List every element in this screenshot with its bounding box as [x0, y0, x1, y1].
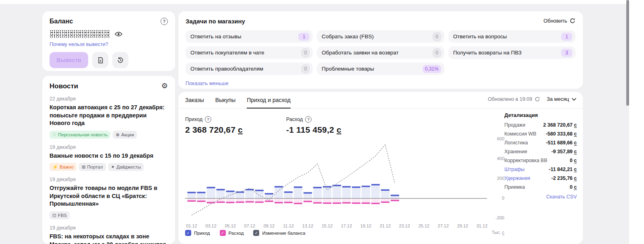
show-less-link[interactable]: Показать меньше	[186, 80, 229, 86]
task-item[interactable]: Проблемные товары0,31%	[317, 63, 444, 75]
details-rows: Продажи2 368 720,67 сКомиссия WB-580 333…	[504, 122, 577, 190]
detail-label[interactable]: Штрафы	[504, 167, 524, 172]
task-count-badge: 1	[298, 33, 310, 41]
eye-icon[interactable]	[115, 31, 122, 37]
x-tick: 05.12	[221, 223, 240, 228]
details-title: Детализация	[504, 112, 577, 118]
legend-item[interactable]: ✓Приход	[185, 230, 210, 236]
history-button[interactable]	[112, 52, 128, 68]
detail-value: -2 235,76 с	[551, 175, 577, 181]
document-icon	[97, 57, 104, 64]
window-icon: ⊞	[82, 164, 86, 170]
tasks-title: Задачи по магазину	[186, 18, 245, 25]
vertical-scrollbar-thumb[interactable]	[626, 0, 629, 106]
updated-at-refresh[interactable]: Обновлено в 19:09	[488, 96, 540, 102]
tasks-card: Задачи по магазину Обновить Ответить на …	[178, 11, 583, 89]
x-tick: 15.12	[318, 223, 337, 228]
task-item[interactable]: Ответить покупателям в чате0	[186, 46, 313, 59]
refresh-label: Обновить	[543, 18, 567, 24]
x-tick: 29.12	[453, 223, 472, 228]
detail-row: Корректировка ВВ0 с	[504, 158, 577, 163]
news-title: Новости	[50, 82, 78, 90]
task-item[interactable]: Ответить на вопросы1	[448, 30, 576, 43]
news-tag: ♡Персональная новость	[50, 131, 110, 139]
y-tick: 600	[488, 136, 504, 141]
x-tick: 11.12	[279, 223, 298, 228]
news-item-title[interactable]: FBS: на некоторых складах в зоне Москва,…	[50, 233, 168, 244]
y-axis-unit-label: Тыс. с	[488, 230, 504, 235]
tab-выкупы[interactable]: Выкупы	[215, 97, 235, 108]
checkbox-checked-icon: ✓	[253, 230, 259, 236]
task-count-badge: 1	[561, 33, 572, 41]
y-tick: 200	[488, 176, 504, 181]
refresh-icon	[535, 96, 540, 102]
tasks-refresh-button[interactable]: Обновить	[543, 18, 576, 24]
balance-help-icon[interactable]: ?	[161, 18, 168, 25]
bolt-icon: ⚡	[52, 164, 58, 170]
news-item-title[interactable]: Отгружайте товары по модели FBS в Иркутс…	[50, 184, 168, 208]
expense-kpi: Расход ? -1 115 459,2 с	[286, 116, 341, 135]
why-cannot-withdraw-link[interactable]: Почему нельзя вывести?	[50, 42, 168, 47]
download-csv-link[interactable]: Скачать CSV	[546, 194, 577, 200]
task-label: Обработать заявки на возврат	[322, 50, 398, 56]
detail-label: Хранение	[504, 149, 527, 154]
legend-label: Приход	[194, 231, 210, 236]
news-item: 19 декабряFBS: на некоторых складах в зо…	[50, 225, 168, 244]
period-selector[interactable]: За месяц	[547, 96, 576, 102]
news-list: 22 декабряКороткая автоакция с 25 по 27 …	[50, 96, 168, 244]
news-date: 19 декабря	[50, 177, 168, 182]
task-label: Ответить покупателям в чате	[190, 50, 264, 56]
news-item: 19 декабряВажные новости с 15 по 19 дека…	[50, 144, 168, 171]
task-label: Ответить правообладателям	[190, 66, 263, 72]
news-tag: ⊞Портал	[79, 163, 106, 171]
chart-legend: ✓Приход✓Расход✓Изменение баланса	[185, 230, 305, 236]
tab-приход-и-расход[interactable]: Приход и расход	[247, 97, 291, 108]
detail-row: Логистика-511 689,66 с	[504, 140, 577, 146]
legend-item[interactable]: ✓Изменение баланса	[253, 230, 305, 236]
news-tag: ⊗Акции	[113, 131, 137, 139]
x-tick: 17.12	[337, 223, 356, 228]
updated-at-label: Обновлено в 19:09	[488, 96, 532, 102]
detail-label: Продажи	[504, 122, 525, 128]
income-help-icon[interactable]: ?	[205, 116, 211, 123]
detail-value: 0 с	[570, 158, 577, 163]
x-tick: 03.12	[201, 223, 221, 228]
checkbox-checked-icon: ✓	[185, 230, 191, 236]
expense-help-icon[interactable]: ?	[305, 116, 312, 123]
news-card: Новости ⚙ 22 декабряКороткая автоакция с…	[42, 76, 175, 244]
news-item-title[interactable]: Важные новости с 15 по 19 декабря	[50, 152, 168, 160]
detail-label[interactable]: Удержания	[504, 175, 530, 181]
x-tick: 25.12	[414, 223, 433, 228]
task-item[interactable]: Собрать заказ (FBS)0	[317, 30, 444, 43]
x-tick: 01.12	[182, 223, 201, 228]
task-item[interactable]: Получить возвраты на ПВЗ3	[448, 46, 576, 59]
detail-value: 2 368 720,67 с	[543, 122, 577, 128]
x-tick: 09.12	[259, 223, 279, 228]
detail-value: -580 333,68 с	[546, 131, 577, 137]
document-report-button[interactable]	[92, 52, 108, 68]
detail-row: Приемка0 с	[504, 184, 577, 190]
heart-icon: ♡	[52, 132, 56, 138]
detail-row: Хранение-9 357,89 с	[504, 149, 577, 154]
tasks-grid: Ответить на отзывы1Собрать заказ (FBS)0О…	[186, 30, 576, 75]
gear-icon[interactable]: ⚙	[161, 82, 168, 90]
detail-row: Продажи2 368 720,67 с	[504, 122, 577, 128]
withdraw-button[interactable]: Вывести	[50, 52, 88, 68]
legend-item[interactable]: ✓Расход	[220, 230, 244, 236]
x-tick: 21.12	[376, 223, 395, 228]
task-item[interactable]: Ответить правообладателям0	[186, 63, 313, 75]
tab-заказы[interactable]: Заказы	[185, 97, 204, 108]
task-label: Проблемные товары	[322, 66, 374, 72]
income-label: Приход	[185, 117, 202, 122]
task-item[interactable]: Обработать заявки на возврат0	[317, 46, 444, 59]
detail-value: -511 689,66 с	[546, 140, 577, 146]
news-item-title[interactable]: Короткая автоакция с 25 по 27 декабря: п…	[50, 104, 168, 127]
task-label: Получить возвраты на ПВЗ	[453, 50, 522, 56]
period-label: За месяц	[547, 96, 569, 102]
task-item[interactable]: Ответить на отзывы1	[186, 30, 313, 43]
y-tick: 0	[488, 196, 504, 200]
detail-value: 0 с	[570, 184, 577, 190]
income-kpi: Приход ? 2 368 720,67 с	[185, 116, 243, 135]
task-count-badge: 0	[433, 32, 441, 41]
hidden-balance-value	[50, 30, 110, 38]
